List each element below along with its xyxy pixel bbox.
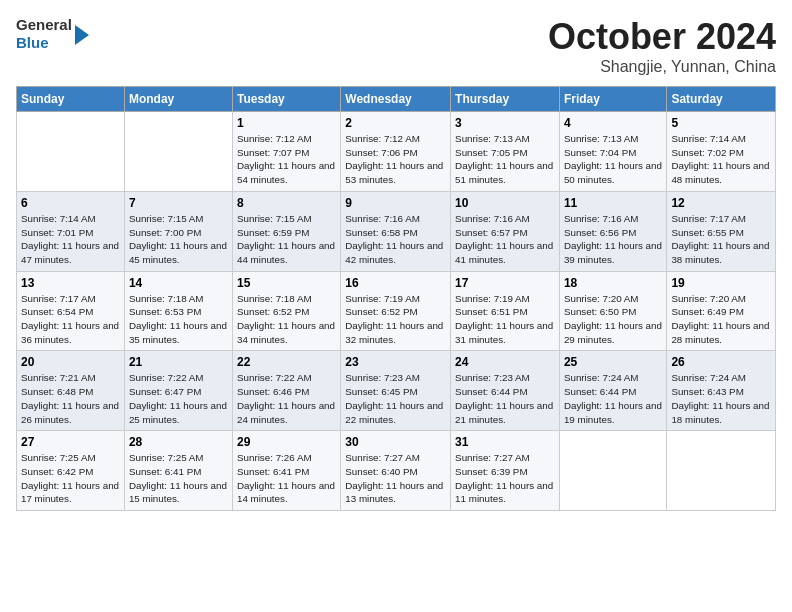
calendar-cell: 21Sunrise: 7:22 AM Sunset: 6:47 PM Dayli… <box>124 351 232 431</box>
day-number: 2 <box>345 116 446 130</box>
day-number: 25 <box>564 355 662 369</box>
day-number: 19 <box>671 276 771 290</box>
day-number: 9 <box>345 196 446 210</box>
day-number: 27 <box>21 435 120 449</box>
day-number: 8 <box>237 196 336 210</box>
calendar-cell: 3Sunrise: 7:13 AM Sunset: 7:05 PM Daylig… <box>451 112 560 192</box>
day-info: Sunrise: 7:24 AM Sunset: 6:43 PM Dayligh… <box>671 371 771 426</box>
day-info: Sunrise: 7:20 AM Sunset: 6:50 PM Dayligh… <box>564 292 662 347</box>
day-info: Sunrise: 7:16 AM Sunset: 6:58 PM Dayligh… <box>345 212 446 267</box>
day-info: Sunrise: 7:15 AM Sunset: 7:00 PM Dayligh… <box>129 212 228 267</box>
calendar-cell: 10Sunrise: 7:16 AM Sunset: 6:57 PM Dayli… <box>451 191 560 271</box>
calendar-cell: 15Sunrise: 7:18 AM Sunset: 6:52 PM Dayli… <box>232 271 340 351</box>
day-info: Sunrise: 7:27 AM Sunset: 6:40 PM Dayligh… <box>345 451 446 506</box>
calendar-cell: 2Sunrise: 7:12 AM Sunset: 7:06 PM Daylig… <box>341 112 451 192</box>
calendar-cell: 13Sunrise: 7:17 AM Sunset: 6:54 PM Dayli… <box>17 271 125 351</box>
day-number: 17 <box>455 276 555 290</box>
title-block: October 2024 Shangjie, Yunnan, China <box>548 16 776 76</box>
day-info: Sunrise: 7:20 AM Sunset: 6:49 PM Dayligh… <box>671 292 771 347</box>
day-info: Sunrise: 7:16 AM Sunset: 6:57 PM Dayligh… <box>455 212 555 267</box>
calendar-header-row: SundayMondayTuesdayWednesdayThursdayFrid… <box>17 87 776 112</box>
day-number: 18 <box>564 276 662 290</box>
calendar-cell <box>559 431 666 511</box>
day-number: 16 <box>345 276 446 290</box>
day-info: Sunrise: 7:19 AM Sunset: 6:51 PM Dayligh… <box>455 292 555 347</box>
day-number: 31 <box>455 435 555 449</box>
day-number: 6 <box>21 196 120 210</box>
day-info: Sunrise: 7:14 AM Sunset: 7:01 PM Dayligh… <box>21 212 120 267</box>
calendar-cell <box>124 112 232 192</box>
calendar-cell: 9Sunrise: 7:16 AM Sunset: 6:58 PM Daylig… <box>341 191 451 271</box>
day-number: 30 <box>345 435 446 449</box>
calendar-cell: 11Sunrise: 7:16 AM Sunset: 6:56 PM Dayli… <box>559 191 666 271</box>
day-of-week-header: Sunday <box>17 87 125 112</box>
calendar-cell: 30Sunrise: 7:27 AM Sunset: 6:40 PM Dayli… <box>341 431 451 511</box>
calendar-cell: 5Sunrise: 7:14 AM Sunset: 7:02 PM Daylig… <box>667 112 776 192</box>
calendar-cell: 20Sunrise: 7:21 AM Sunset: 6:48 PM Dayli… <box>17 351 125 431</box>
day-number: 5 <box>671 116 771 130</box>
day-number: 14 <box>129 276 228 290</box>
day-info: Sunrise: 7:26 AM Sunset: 6:41 PM Dayligh… <box>237 451 336 506</box>
logo-text: General Blue <box>16 16 72 52</box>
day-number: 7 <box>129 196 228 210</box>
day-of-week-header: Tuesday <box>232 87 340 112</box>
day-number: 10 <box>455 196 555 210</box>
calendar-cell: 8Sunrise: 7:15 AM Sunset: 6:59 PM Daylig… <box>232 191 340 271</box>
day-info: Sunrise: 7:17 AM Sunset: 6:54 PM Dayligh… <box>21 292 120 347</box>
day-info: Sunrise: 7:16 AM Sunset: 6:56 PM Dayligh… <box>564 212 662 267</box>
day-number: 15 <box>237 276 336 290</box>
calendar-week-row: 1Sunrise: 7:12 AM Sunset: 7:07 PM Daylig… <box>17 112 776 192</box>
calendar-cell: 16Sunrise: 7:19 AM Sunset: 6:52 PM Dayli… <box>341 271 451 351</box>
day-info: Sunrise: 7:27 AM Sunset: 6:39 PM Dayligh… <box>455 451 555 506</box>
day-info: Sunrise: 7:23 AM Sunset: 6:44 PM Dayligh… <box>455 371 555 426</box>
day-number: 12 <box>671 196 771 210</box>
day-of-week-header: Friday <box>559 87 666 112</box>
month-year-title: October 2024 <box>548 16 776 58</box>
day-number: 23 <box>345 355 446 369</box>
day-info: Sunrise: 7:22 AM Sunset: 6:47 PM Dayligh… <box>129 371 228 426</box>
day-number: 4 <box>564 116 662 130</box>
logo-blue: Blue <box>16 34 72 52</box>
calendar-week-row: 6Sunrise: 7:14 AM Sunset: 7:01 PM Daylig… <box>17 191 776 271</box>
calendar-cell: 29Sunrise: 7:26 AM Sunset: 6:41 PM Dayli… <box>232 431 340 511</box>
day-info: Sunrise: 7:18 AM Sunset: 6:53 PM Dayligh… <box>129 292 228 347</box>
day-of-week-header: Wednesday <box>341 87 451 112</box>
calendar-cell: 23Sunrise: 7:23 AM Sunset: 6:45 PM Dayli… <box>341 351 451 431</box>
day-info: Sunrise: 7:13 AM Sunset: 7:05 PM Dayligh… <box>455 132 555 187</box>
day-number: 13 <box>21 276 120 290</box>
calendar-cell: 31Sunrise: 7:27 AM Sunset: 6:39 PM Dayli… <box>451 431 560 511</box>
calendar-cell: 27Sunrise: 7:25 AM Sunset: 6:42 PM Dayli… <box>17 431 125 511</box>
day-info: Sunrise: 7:12 AM Sunset: 7:06 PM Dayligh… <box>345 132 446 187</box>
day-info: Sunrise: 7:22 AM Sunset: 6:46 PM Dayligh… <box>237 371 336 426</box>
logo-general: General <box>16 16 72 34</box>
calendar-cell: 14Sunrise: 7:18 AM Sunset: 6:53 PM Dayli… <box>124 271 232 351</box>
calendar-table: SundayMondayTuesdayWednesdayThursdayFrid… <box>16 86 776 511</box>
logo: General Blue <box>16 16 89 52</box>
day-number: 29 <box>237 435 336 449</box>
calendar-cell: 25Sunrise: 7:24 AM Sunset: 6:44 PM Dayli… <box>559 351 666 431</box>
day-info: Sunrise: 7:13 AM Sunset: 7:04 PM Dayligh… <box>564 132 662 187</box>
day-number: 3 <box>455 116 555 130</box>
calendar-week-row: 20Sunrise: 7:21 AM Sunset: 6:48 PM Dayli… <box>17 351 776 431</box>
calendar-cell: 7Sunrise: 7:15 AM Sunset: 7:00 PM Daylig… <box>124 191 232 271</box>
calendar-cell: 4Sunrise: 7:13 AM Sunset: 7:04 PM Daylig… <box>559 112 666 192</box>
calendar-cell <box>17 112 125 192</box>
location-subtitle: Shangjie, Yunnan, China <box>548 58 776 76</box>
day-info: Sunrise: 7:15 AM Sunset: 6:59 PM Dayligh… <box>237 212 336 267</box>
day-number: 1 <box>237 116 336 130</box>
calendar-cell: 26Sunrise: 7:24 AM Sunset: 6:43 PM Dayli… <box>667 351 776 431</box>
day-of-week-header: Saturday <box>667 87 776 112</box>
day-number: 11 <box>564 196 662 210</box>
calendar-cell: 1Sunrise: 7:12 AM Sunset: 7:07 PM Daylig… <box>232 112 340 192</box>
day-number: 24 <box>455 355 555 369</box>
day-info: Sunrise: 7:14 AM Sunset: 7:02 PM Dayligh… <box>671 132 771 187</box>
day-info: Sunrise: 7:25 AM Sunset: 6:41 PM Dayligh… <box>129 451 228 506</box>
calendar-cell: 22Sunrise: 7:22 AM Sunset: 6:46 PM Dayli… <box>232 351 340 431</box>
day-number: 22 <box>237 355 336 369</box>
calendar-cell: 19Sunrise: 7:20 AM Sunset: 6:49 PM Dayli… <box>667 271 776 351</box>
day-info: Sunrise: 7:18 AM Sunset: 6:52 PM Dayligh… <box>237 292 336 347</box>
day-info: Sunrise: 7:24 AM Sunset: 6:44 PM Dayligh… <box>564 371 662 426</box>
day-info: Sunrise: 7:17 AM Sunset: 6:55 PM Dayligh… <box>671 212 771 267</box>
page-header: General Blue October 2024 Shangjie, Yunn… <box>16 16 776 76</box>
day-of-week-header: Thursday <box>451 87 560 112</box>
